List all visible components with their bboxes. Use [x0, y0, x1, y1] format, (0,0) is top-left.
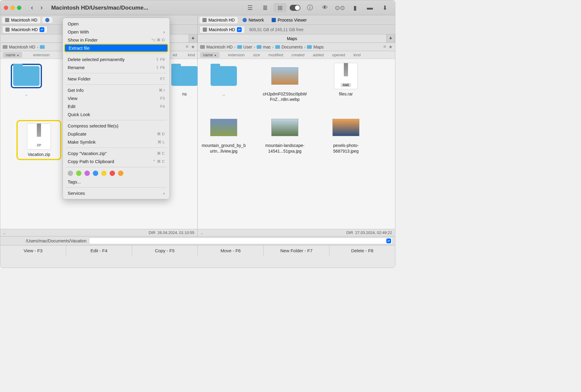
toggle-icon[interactable]	[288, 3, 302, 13]
file-label: mountain_ground_by_burtn...llview.jpg	[201, 143, 246, 154]
col-kind[interactable]: kind	[188, 53, 195, 57]
col-added[interactable]: added	[313, 53, 324, 57]
favorite-icon[interactable]: ★	[388, 44, 393, 50]
ctx-open[interactable]: Open	[63, 20, 170, 28]
tab-macintosh-hd[interactable]: Macintosh HD	[2, 17, 40, 23]
col-created[interactable]: created	[291, 53, 304, 57]
crumb[interactable]: User	[243, 45, 252, 49]
favorite-icon[interactable]: ★	[191, 44, 195, 50]
file-label: pexels-photo-5687913.jpeg	[323, 143, 368, 154]
col-extension[interactable]: extension	[228, 53, 245, 57]
server-icon[interactable]: ▬	[363, 3, 376, 13]
fn-copy[interactable]: Copy - F5	[132, 245, 198, 256]
back-button[interactable]: ‹	[28, 4, 36, 11]
tag-gray[interactable]	[68, 171, 73, 176]
folder-icon	[237, 45, 242, 49]
col-kind[interactable]: kind	[353, 53, 361, 57]
fn-view[interactable]: View - F3	[0, 245, 66, 256]
file-item-rar[interactable]: RAR files.rar	[323, 63, 368, 102]
shortcut: ⌘ D	[157, 132, 165, 136]
right-file-grid[interactable]: .. cHJpdmF0ZS9sci9pbWFnZ...nBn.webp RAR …	[198, 59, 395, 229]
ctx-duplicate[interactable]: Duplicate⌘ D	[63, 130, 170, 138]
file-item[interactable]: mountain-landscape-14541...51gxa.jpg	[262, 114, 307, 154]
ctx-make-symlink[interactable]: Make Symlink⌘ L	[63, 138, 170, 146]
ctx-get-info[interactable]: Get Info⌘ I	[63, 86, 170, 94]
tag-green[interactable]	[76, 171, 81, 176]
col-opened[interactable]: opened	[332, 53, 345, 57]
grid-view-icon[interactable]: ⊞	[273, 3, 287, 13]
download-icon[interactable]: ⬇	[378, 3, 391, 13]
ctx-extract-file[interactable]: Extract file	[64, 44, 168, 52]
tab-network[interactable]: Network	[240, 17, 267, 23]
col-extension[interactable]: extension	[33, 53, 50, 57]
ctx-delete-permanently[interactable]: Delete selected permanently⇧ F8	[63, 55, 170, 63]
file-item[interactable]: cHJpdmF0ZS9sci9pbWFnZ...nBn.webp	[262, 63, 307, 102]
status-name: ..	[201, 230, 203, 235]
crumb[interactable]: Documents	[282, 45, 303, 49]
right-location-dropdown[interactable]: Macintosh HD ▴▾	[199, 26, 245, 34]
col-name[interactable]: name▲	[200, 52, 220, 58]
ctx-services[interactable]: Services›	[63, 189, 170, 197]
folder-tab-maps[interactable]: Maps	[198, 34, 387, 42]
col-name[interactable]: name▲	[3, 52, 22, 58]
ctx-open-with[interactable]: Open With›	[63, 28, 170, 36]
fn-edit[interactable]: Edit - F4	[66, 245, 132, 256]
list-toggle-icon[interactable]: ≡	[186, 44, 188, 50]
ctx-compress[interactable]: Compress selected file(s)	[63, 122, 170, 130]
fn-new-folder[interactable]: New Folder - F7	[264, 245, 329, 256]
forward-button[interactable]: ›	[38, 4, 45, 11]
sort-asc-icon: ▲	[17, 54, 19, 57]
close-button[interactable]	[4, 6, 8, 10]
maximize-button[interactable]	[17, 6, 21, 10]
minimize-button[interactable]	[10, 6, 15, 10]
file-item-parent[interactable]: ..	[201, 63, 246, 102]
binocular-icon[interactable]: ⊙⊙	[333, 3, 347, 13]
ctx-new-folder[interactable]: New FolderF7	[63, 75, 170, 83]
crumb[interactable]: Maps	[313, 45, 323, 49]
file-item[interactable]: mountain_ground_by_burtn...llview.jpg	[201, 114, 246, 154]
list-toggle-icon[interactable]: ≡	[383, 44, 386, 50]
crumb[interactable]: Macintosh HD	[206, 45, 233, 49]
left-location-dropdown[interactable]: Macintosh HD ▴▾	[2, 26, 48, 34]
ctx-tags[interactable]: Tags...	[63, 178, 170, 186]
right-breadcrumbs: Macintosh HD› User› mac› Documents› Maps…	[198, 43, 395, 51]
tag-yellow[interactable]	[101, 171, 107, 176]
crumb[interactable]: Macintosh HD	[9, 45, 35, 49]
tab-label: Network	[249, 18, 264, 22]
col-size[interactable]: size	[253, 53, 260, 57]
ctx-edit[interactable]: EditF4	[63, 102, 170, 110]
add-tab-button[interactable]: +	[189, 34, 197, 42]
fn-delete[interactable]: Delete - F8	[329, 245, 395, 256]
ctx-show-finder[interactable]: Show in Finder⌥ ⌘ O	[63, 36, 170, 44]
ctx-rename[interactable]: Rename⇧ F6	[63, 63, 170, 72]
file-item-parent[interactable]: ..	[4, 63, 49, 97]
archive-icon[interactable]: ▮	[348, 3, 361, 13]
file-item-vacation-zip[interactable]: ZIP Vacation.zip	[16, 120, 61, 160]
list-view-icon[interactable]: ☰	[243, 3, 257, 13]
ctx-view[interactable]: ViewF3	[63, 94, 170, 102]
tag-blue[interactable]	[93, 171, 98, 176]
col-modified[interactable]: modified	[268, 53, 283, 57]
column-view-icon[interactable]: ≣	[258, 3, 272, 13]
add-tab-button[interactable]: +	[387, 34, 395, 42]
info-icon[interactable]: ⓘ	[303, 3, 317, 13]
tag-purple[interactable]	[84, 171, 90, 176]
tab-process-viewer[interactable]: Process Viewer	[269, 17, 310, 23]
fn-move[interactable]: Move - F6	[198, 245, 264, 256]
preview-icon[interactable]: 👁	[318, 3, 332, 13]
separator	[66, 120, 167, 120]
ctx-copy-path[interactable]: Copy Path to Clipboard⌃ ⌘ C	[63, 157, 170, 165]
tab-network[interactable]	[42, 17, 52, 23]
file-item[interactable]: pexels-photo-5687913.jpeg	[323, 114, 368, 154]
status-name: ..	[3, 230, 5, 235]
file-label: files.rar	[339, 91, 353, 97]
tag-red[interactable]	[110, 171, 115, 176]
ctx-quick-look[interactable]: Quick Look	[63, 110, 170, 118]
path-input[interactable]: ▴▾	[89, 238, 393, 244]
crumb[interactable]: mac	[263, 45, 271, 49]
tab-macintosh-hd[interactable]: Macintosh HD	[199, 17, 238, 23]
col-modified[interactable]: ed	[173, 53, 177, 57]
tag-orange[interactable]	[118, 171, 123, 176]
ctx-copy[interactable]: Copy "Vacation.zip"⌘ C	[63, 149, 170, 157]
window-title: Macintosh HD/Users/mac/Docume...	[51, 4, 148, 11]
